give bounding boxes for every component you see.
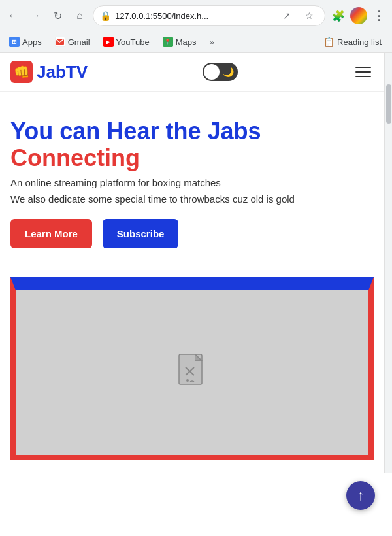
- url-text: 127.0.0.1:5500/index.h...: [115, 11, 274, 21]
- bookmark-maps-label: Maps: [176, 37, 197, 47]
- reload-button[interactable]: ↻: [48, 7, 67, 25]
- gmail-icon: [55, 37, 65, 47]
- bookmark-gmail-label: Gmail: [68, 37, 90, 47]
- forward-button[interactable]: →: [26, 7, 44, 25]
- apps-icon: ⊞: [9, 37, 20, 47]
- extensions-button[interactable]: 🧩: [329, 7, 348, 25]
- scrollbar-thumb[interactable]: [386, 84, 391, 124]
- browser-right-controls: 🧩 ⋮: [329, 7, 388, 25]
- page-content: 👊 JabTV 🌙 You can Hear the Jabs Connecti…: [0, 53, 384, 473]
- learn-more-button[interactable]: Learn More: [10, 219, 92, 248]
- logo-text: JabTV: [37, 62, 88, 82]
- share-button[interactable]: ↗: [278, 7, 296, 25]
- site-header: 👊 JabTV 🌙: [0, 53, 384, 92]
- bookmark-youtube-label: YouTube: [116, 37, 150, 47]
- bookmark-apps-label: Apps: [22, 37, 42, 47]
- logo-fist-icon: 👊: [10, 61, 33, 83]
- reading-list-label: Reading list: [337, 37, 382, 47]
- hero-title-line1: You can Hear the Jabs: [10, 118, 261, 144]
- hero-title: You can Hear the Jabs Connecting: [10, 118, 374, 172]
- video-container: [10, 277, 374, 460]
- reading-list-button[interactable]: 📋 Reading list: [318, 34, 387, 50]
- dark-mode-toggle[interactable]: 🌙: [203, 63, 238, 81]
- page-wrapper: 👊 JabTV 🌙 You can Hear the Jabs Connecti…: [0, 53, 392, 473]
- lock-icon: 🔒: [100, 10, 111, 21]
- scrollbar-track[interactable]: [384, 53, 392, 473]
- hero-section: You can Hear the Jabs Connecting An onli…: [0, 92, 384, 277]
- menu-button[interactable]: ⋮: [370, 7, 388, 25]
- bookmark-youtube[interactable]: ▶ YouTube: [99, 34, 154, 50]
- bookmark-maps[interactable]: 📍 Maps: [159, 34, 201, 50]
- logo: 👊 JabTV: [10, 61, 88, 83]
- hero-buttons: Learn More Subscribe: [10, 219, 374, 248]
- address-bar[interactable]: 🔒 127.0.0.1:5500/index.h... ↗ ☆: [93, 5, 325, 26]
- hero-subtitle-2: We also dedicate some special time to th…: [10, 192, 374, 206]
- browser-chrome: ← → ↻ ⌂ 🔒 127.0.0.1:5500/index.h... ↗ ☆ …: [0, 0, 392, 53]
- broken-image: [176, 353, 208, 392]
- bookmark-star-button[interactable]: ☆: [300, 7, 318, 25]
- bookmark-apps[interactable]: ⊞ Apps: [5, 34, 46, 50]
- hero-subtitle-1: An online streaming platform for boxing …: [10, 176, 374, 190]
- youtube-icon: ▶: [103, 37, 114, 47]
- browser-top-bar: ← → ↻ ⌂ 🔒 127.0.0.1:5500/index.h... ↗ ☆ …: [0, 0, 392, 31]
- bookmark-gmail[interactable]: Gmail: [51, 34, 94, 50]
- hamburger-line-1: [355, 67, 371, 68]
- moon-icon: 🌙: [223, 67, 234, 77]
- hero-title-line2: Connecting: [10, 144, 140, 171]
- back-button[interactable]: ←: [4, 7, 22, 25]
- home-button[interactable]: ⌂: [71, 7, 89, 25]
- maps-icon: 📍: [163, 37, 173, 47]
- reading-list-icon: 📋: [323, 37, 335, 47]
- hamburger-line-3: [355, 76, 371, 77]
- hamburger-menu[interactable]: [353, 64, 374, 80]
- bookmarks-bar: ⊞ Apps Gmail ▶ YouTube 📍 Maps: [0, 31, 392, 53]
- hamburger-line-2: [355, 71, 371, 73]
- avatar[interactable]: [350, 7, 367, 24]
- subscribe-button[interactable]: Subscribe: [103, 219, 179, 248]
- toggle-knob: [204, 64, 220, 80]
- more-bookmarks[interactable]: »: [205, 35, 218, 50]
- svg-point-4: [186, 379, 189, 382]
